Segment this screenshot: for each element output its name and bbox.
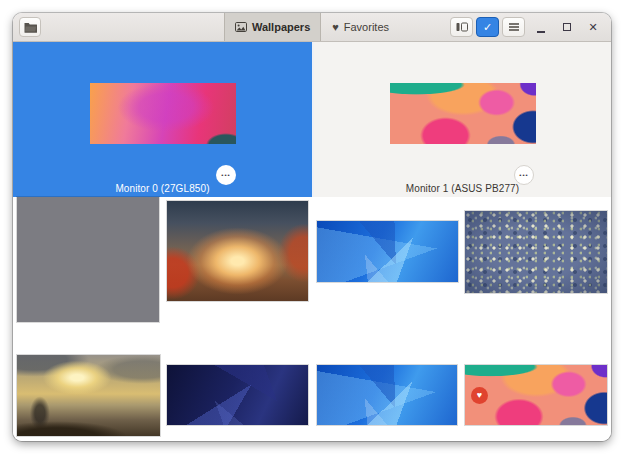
hamburger-icon	[509, 23, 519, 31]
wallpaper-tile-blue-geometric[interactable]	[317, 221, 458, 282]
ellipsis-icon: •••	[221, 172, 230, 178]
monitors-section: ••• Monitor 0 (27GL850) ••• Monitor 1 (A…	[13, 42, 611, 197]
close-icon: ✕	[588, 22, 597, 33]
wallpaper-grid: ♥	[13, 197, 611, 441]
favorite-badge: ♥	[471, 387, 488, 404]
tab-wallpapers-label: Wallpapers	[252, 21, 310, 33]
ellipsis-icon: •••	[519, 172, 528, 178]
monitor-1-wallpaper-thumbnail	[390, 83, 536, 144]
monitor-1-label: Monitor 1 (ASUS PB277)	[314, 183, 611, 194]
monitor-0-card[interactable]: ••• Monitor 0 (27GL850)	[13, 42, 312, 197]
monitor-1-card[interactable]: ••• Monitor 1 (ASUS PB277)	[314, 42, 611, 197]
minimize-icon	[537, 31, 545, 33]
check-icon: ✓	[483, 22, 492, 33]
image-icon	[235, 22, 247, 32]
minimize-button[interactable]	[531, 17, 551, 37]
monitor-layout-button[interactable]	[450, 17, 473, 37]
monitor-0-menu-button[interactable]: •••	[216, 165, 236, 185]
wallpaper-tile-pink-blobs[interactable]: ♥	[465, 365, 607, 425]
tab-favorites-label: Favorites	[344, 21, 389, 33]
folder-icon	[24, 22, 37, 33]
wallpaper-tile-aerial-forest[interactable]	[465, 211, 607, 293]
tab-favorites[interactable]: ♥ Favorites	[321, 13, 400, 41]
wallpaper-tile-sunset-tree[interactable]	[17, 355, 160, 436]
apply-button[interactable]: ✓	[476, 17, 499, 37]
close-button[interactable]: ✕	[583, 17, 603, 37]
wallpaper-tile-blue-geometric-2[interactable]	[317, 365, 457, 425]
view-switcher: Wallpapers ♥ Favorites	[224, 13, 400, 41]
open-folder-button[interactable]	[19, 17, 41, 37]
heart-icon: ♥	[332, 22, 339, 33]
maximize-button[interactable]	[557, 17, 577, 37]
tab-wallpapers[interactable]: Wallpapers	[224, 13, 321, 41]
wallpaper-tile-navy-geometric[interactable]	[167, 365, 308, 425]
wallpaper-tile-autumn-forest[interactable]	[167, 201, 308, 301]
menu-button[interactable]	[502, 17, 525, 37]
headerbar: Wallpapers ♥ Favorites ✓	[13, 13, 611, 42]
wallpaper-tile-gray-placeholder[interactable]	[17, 197, 159, 322]
maximize-icon	[563, 23, 571, 31]
heart-icon: ♥	[477, 391, 482, 400]
monitor-0-wallpaper-thumbnail	[90, 83, 236, 144]
monitor-1-menu-button[interactable]: •••	[514, 165, 534, 185]
dual-pane-icon	[456, 22, 468, 32]
monitor-0-label: Monitor 0 (27GL850)	[13, 183, 312, 194]
wallpapers-app-window: Wallpapers ♥ Favorites ✓	[13, 13, 611, 441]
